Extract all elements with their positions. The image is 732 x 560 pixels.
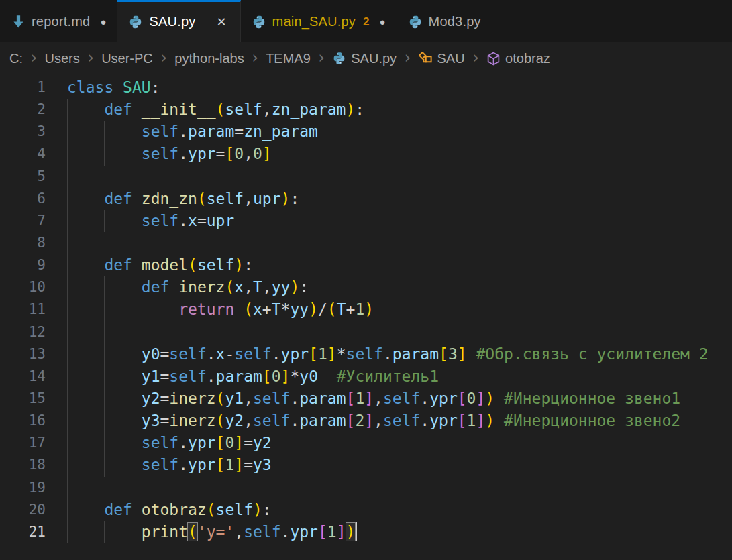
token bbox=[132, 501, 142, 518]
indent-guide bbox=[67, 121, 68, 143]
breadcrumb-item-SAU.py[interactable]: SAU.py bbox=[332, 51, 397, 66]
breadcrumb-item-Users[interactable]: Users bbox=[44, 51, 79, 66]
code-line[interactable]: self.ypr[1]=y3 bbox=[67, 454, 732, 476]
breadcrumb-item-python-labs[interactable]: python-labs bbox=[174, 51, 244, 66]
line-number: 18 bbox=[0, 454, 67, 476]
token: . bbox=[420, 390, 429, 407]
indent-guide bbox=[67, 99, 68, 121]
token: : bbox=[299, 278, 309, 296]
code-line[interactable]: class SAU: bbox=[67, 76, 732, 99]
tab-Mod3.py[interactable]: Mod3.py bbox=[397, 0, 492, 42]
token: param bbox=[188, 123, 234, 140]
code-line[interactable]: self.param=zn_param bbox=[67, 121, 732, 143]
token: . bbox=[281, 523, 291, 541]
breadcrumb-label: python-labs bbox=[174, 51, 244, 66]
code-line[interactable] bbox=[67, 321, 732, 343]
breadcrumb-item-C:[interactable]: C: bbox=[9, 51, 23, 66]
code-line[interactable]: def zdn_zn(self,upr): bbox=[67, 188, 732, 210]
code-line[interactable]: y1=self.param[0]*y0 #Усилитель1 bbox=[67, 366, 732, 388]
code-row: 3 self.param=zn_param bbox=[0, 121, 732, 143]
markdown-icon bbox=[11, 15, 25, 30]
token: yy bbox=[272, 278, 291, 296]
token bbox=[494, 412, 504, 429]
line-number: 13 bbox=[0, 343, 67, 366]
code-line[interactable]: print('y=',self.ypr[1]) bbox=[67, 521, 732, 543]
code-row: 8 bbox=[0, 232, 732, 254]
token: def bbox=[104, 501, 132, 518]
indent-guide bbox=[67, 454, 68, 476]
token: . bbox=[207, 368, 216, 385]
token: self bbox=[142, 212, 178, 229]
token: ypr bbox=[281, 345, 309, 363]
tab-SAU.py[interactable]: SAU.py✕ bbox=[117, 0, 240, 42]
code-row: 9 def model(self): bbox=[0, 254, 732, 276]
breadcrumb-item-TEMA9[interactable]: TEMA9 bbox=[266, 51, 311, 66]
code-line[interactable] bbox=[67, 477, 732, 499]
token: = bbox=[216, 145, 225, 162]
indent-guide bbox=[67, 410, 68, 432]
chevron-right-icon: › bbox=[86, 48, 95, 67]
breadcrumb-label: otobraz bbox=[505, 51, 550, 66]
breadcrumb-item-otobraz[interactable]: otobraz bbox=[486, 51, 550, 66]
code-line[interactable] bbox=[67, 232, 732, 254]
token: , bbox=[244, 390, 253, 407]
line-number: 1 bbox=[0, 76, 67, 99]
token: return bbox=[178, 300, 234, 318]
token: param bbox=[299, 390, 346, 407]
token: ( bbox=[207, 501, 216, 518]
code-editor[interactable]: 1class SAU:2 def __init__(self,zn_param)… bbox=[0, 75, 732, 560]
indent-guide bbox=[67, 143, 68, 165]
token bbox=[132, 190, 142, 207]
code-row: 18 self.ypr[1]=y3 bbox=[0, 454, 732, 476]
token: . bbox=[207, 345, 216, 363]
token: ] bbox=[364, 412, 374, 429]
problems-badge: 2 bbox=[363, 15, 369, 29]
tab-main_SAU.py[interactable]: main_SAU.py2● bbox=[241, 0, 397, 42]
code-line[interactable]: def otobraz(self): bbox=[67, 499, 732, 521]
indent-guide bbox=[67, 321, 68, 343]
token: * bbox=[290, 368, 299, 385]
token: model bbox=[142, 256, 188, 274]
code-line[interactable]: self.ypr=[0,0] bbox=[67, 143, 732, 165]
code-line[interactable]: def __init__(self,zn_param): bbox=[67, 99, 732, 121]
line-number: 9 bbox=[0, 254, 67, 276]
token: def bbox=[104, 190, 132, 207]
token: 1 bbox=[318, 345, 327, 363]
token: upr bbox=[207, 212, 235, 229]
token: self bbox=[142, 456, 178, 473]
indent-guide bbox=[142, 298, 142, 321]
token: = bbox=[160, 412, 169, 429]
code-row: 14 y1=self.param[0]*y0 #Усилитель1 bbox=[0, 366, 732, 388]
code-line[interactable]: self.x=upr bbox=[67, 210, 732, 232]
code-line[interactable]: return (x+T*yy)/(T+1) bbox=[67, 298, 732, 321]
code-line[interactable]: self.ypr[0]=y2 bbox=[67, 432, 732, 454]
indent-guide bbox=[67, 210, 68, 232]
code-line[interactable]: y3=inerz(y2,self.param[2],self.ypr[1]) #… bbox=[67, 410, 732, 432]
token: ] bbox=[458, 345, 467, 363]
tab-report.md[interactable]: report.md● bbox=[0, 0, 117, 42]
code-line[interactable]: y0=self.x-self.ypr[1]*self.param[3] #Обр… bbox=[67, 343, 732, 366]
token: param bbox=[299, 412, 346, 429]
code-line[interactable]: def inerz(x,T,yy): bbox=[67, 276, 732, 298]
breadcrumb: C:›Users›User-PC›python-labs›TEMA9›SAU.p… bbox=[0, 42, 732, 75]
close-icon[interactable]: ✕ bbox=[213, 13, 229, 31]
python-icon bbox=[252, 15, 266, 30]
token: ( bbox=[225, 278, 234, 296]
token: y2 bbox=[142, 390, 160, 407]
code-line[interactable]: def model(self): bbox=[67, 254, 732, 276]
code-line[interactable]: y2=inerz(y1,self.param[1],self.ypr[0]) #… bbox=[67, 388, 732, 410]
indent-guide bbox=[104, 366, 105, 388]
token: def bbox=[104, 101, 132, 118]
indent-guide bbox=[67, 477, 68, 499]
breadcrumb-item-SAU[interactable]: SAU bbox=[419, 51, 465, 66]
line-number: 2 bbox=[0, 99, 67, 121]
code-row: 17 self.ypr[0]=y2 bbox=[0, 432, 732, 454]
token: x bbox=[253, 300, 262, 318]
breadcrumb-item-User-PC[interactable]: User-PC bbox=[101, 51, 153, 66]
code-line[interactable] bbox=[67, 166, 732, 188]
token: = bbox=[197, 212, 207, 229]
token: param bbox=[216, 368, 262, 385]
token: ypr bbox=[188, 434, 216, 451]
token: self bbox=[383, 412, 420, 429]
token: 0 bbox=[234, 145, 244, 162]
